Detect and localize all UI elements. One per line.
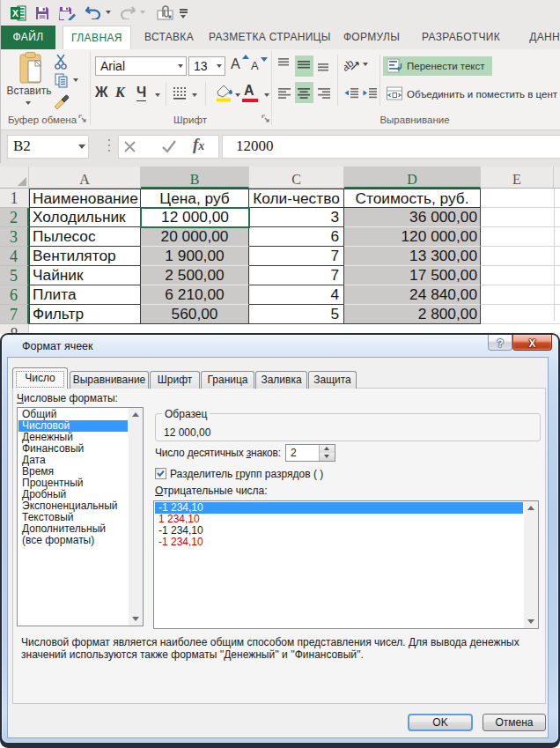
- svg-text:ab: ab: [344, 57, 357, 71]
- svg-text:X: X: [12, 8, 19, 19]
